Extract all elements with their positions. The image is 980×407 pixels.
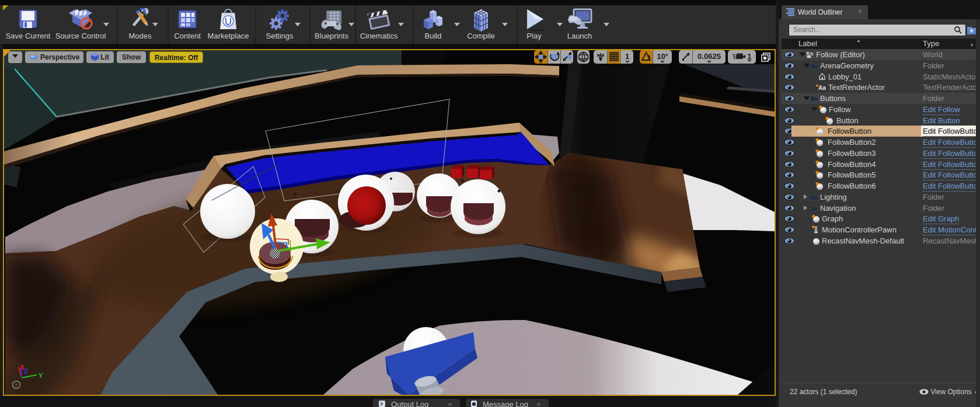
- svg-text:Z: Z: [24, 367, 28, 374]
- svg-text:Y: Y: [39, 372, 43, 379]
- svg-text:Aa: Aa: [818, 85, 826, 91]
- svg-text:?: ?: [15, 382, 18, 388]
- svg-text:+: +: [969, 27, 974, 35]
